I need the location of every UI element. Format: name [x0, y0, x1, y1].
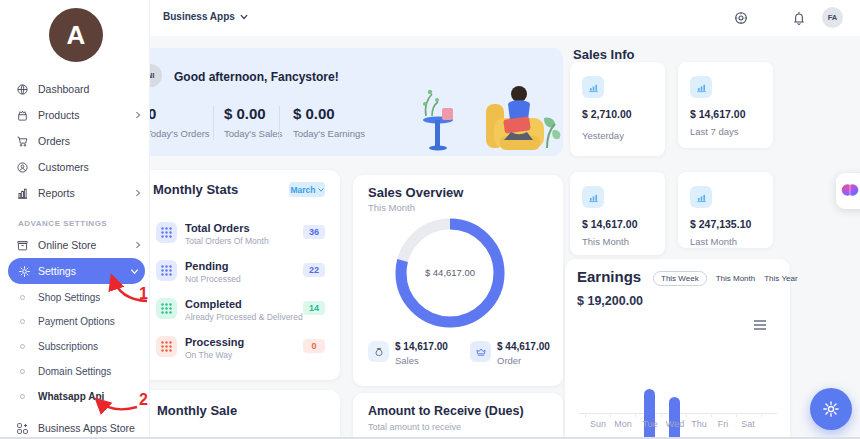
- greeting-message: Good afternoon, Fancystore!: [174, 70, 339, 84]
- todays-sales-label: Today's Sales: [224, 128, 282, 139]
- tab-this-week[interactable]: This Week: [653, 271, 707, 286]
- bullet-icon: [20, 394, 25, 399]
- monthly-stats-card: Monthly Stats March Total Orders Total O…: [138, 170, 340, 380]
- tab-this-month[interactable]: This Month: [716, 274, 756, 283]
- earnings-title: Earnings: [577, 268, 641, 285]
- store-box-icon: [16, 239, 29, 252]
- stat-row-subtitle: On The Way: [185, 350, 232, 360]
- dashboard-page: Business Apps FA NI Good afternoon, Fanc…: [0, 0, 860, 439]
- todays-sales-value: $ 0.00: [224, 105, 266, 122]
- bar-chart-icon: [690, 186, 712, 208]
- sidebar-subitem-subscriptions[interactable]: Subscriptions: [0, 335, 150, 357]
- chevron-down-icon: [240, 13, 248, 21]
- dots-grid-icon: [156, 222, 177, 243]
- stat-row-badge: 36: [303, 225, 325, 239]
- ai-assistant-button[interactable]: [836, 173, 860, 209]
- dots-grid-icon: [156, 298, 177, 319]
- ai-brain-icon: [840, 180, 860, 200]
- sales-info-card: $ 14,617.00 Last 7 days: [678, 62, 773, 148]
- sales-info-label: This Month: [582, 236, 629, 247]
- todays-earnings-label: Today's Earnings: [293, 128, 365, 139]
- sales-info-title: Sales Info: [573, 47, 634, 62]
- theme-settings-fab[interactable]: [810, 388, 852, 430]
- dues-subtitle: Total amount to receive: [368, 422, 461, 432]
- monthly-sale-title: Monthly Sale: [157, 403, 237, 418]
- chevron-right-icon: [134, 111, 142, 119]
- sidebar-subitem-payment-options[interactable]: Payment Options: [0, 310, 150, 332]
- chevron-right-icon: [134, 189, 142, 197]
- store-logo[interactable]: A: [49, 8, 103, 62]
- globe-icon: [16, 83, 29, 96]
- sidebar-item-orders[interactable]: Orders: [0, 129, 150, 153]
- monthly-stats-title: Monthly Stats: [153, 182, 238, 197]
- tab-this-year[interactable]: This Year: [764, 274, 797, 283]
- sidebar: A Dashboard Products Orders Customers Re…: [0, 0, 150, 439]
- month-filter-dropdown[interactable]: March: [289, 182, 325, 197]
- crown-icon: [470, 341, 491, 362]
- order-value: $ 44,617.00: [497, 341, 550, 352]
- user-avatar[interactable]: FA: [822, 7, 843, 28]
- sales-overview-title: Sales Overview: [368, 185, 463, 200]
- order-label: Order: [497, 355, 521, 366]
- stat-row-badge: 22: [303, 263, 325, 277]
- greeting-card: NI Good afternoon, Fancystore! 0 Today's…: [121, 48, 563, 156]
- sidebar-item-products[interactable]: Products: [0, 103, 150, 127]
- todays-earnings-value: $ 0.00: [293, 105, 335, 122]
- stat-row-title: Processing: [185, 336, 244, 348]
- sales-label: Sales: [395, 355, 419, 366]
- day-label: Tue: [638, 419, 662, 429]
- day-label: Sun: [586, 419, 610, 429]
- todays-orders-label: Today's Orders: [146, 128, 210, 139]
- stat-row-subtitle: Already Processed & Delivered: [185, 312, 303, 322]
- monthly-sale-card: Monthly Sale: [138, 390, 340, 439]
- cart-icon: [16, 135, 29, 148]
- customer-icon: [16, 161, 29, 174]
- sidebar-item-online-store[interactable]: Online Store: [0, 233, 150, 257]
- sales-info-card: $ 2,710.00 Yesterday: [570, 62, 665, 156]
- bullet-icon: [20, 369, 25, 374]
- sidebar-item-settings-active[interactable]: Settings: [8, 258, 145, 284]
- chart-menu-icon[interactable]: [753, 319, 767, 331]
- sidebar-subitem-shop-settings[interactable]: Shop Settings: [0, 286, 150, 308]
- bullet-icon: [20, 295, 25, 300]
- user-avatar-initials: FA: [828, 13, 838, 22]
- workspace-illustration: [416, 78, 561, 156]
- divider: [213, 106, 214, 140]
- products-icon: [16, 109, 29, 122]
- dues-title: Amount to Receive (Dues): [368, 404, 524, 418]
- section-label: ADVANCE SETTINGS: [18, 219, 107, 228]
- sidebar-item-dashboard[interactable]: Dashboard: [0, 77, 150, 101]
- gear-icon: [822, 400, 840, 418]
- stat-row-badge: 14: [303, 301, 325, 315]
- annotation-step-1: 1: [139, 285, 148, 303]
- sidebar-subitem-whatsapp-api[interactable]: Whatsapp Api: [0, 385, 150, 407]
- business-apps-label: Business Apps: [163, 11, 235, 22]
- reports-icon: [16, 187, 29, 200]
- chevron-down-icon: [130, 267, 139, 276]
- bar-chart-icon: [582, 76, 604, 98]
- sales-info-card: $ 14,617.00 This Month: [570, 172, 665, 255]
- day-label: Fri: [711, 419, 735, 429]
- sidebar-item-reports[interactable]: Reports: [0, 181, 150, 205]
- donut-center-value: $ 44,617.00: [405, 267, 495, 278]
- notifications-bell-icon[interactable]: [791, 10, 807, 26]
- earnings-amount: $ 19,200.00: [577, 294, 643, 308]
- sales-info-label: Yesterday: [582, 130, 624, 141]
- sales-info-label: Last Month: [690, 236, 737, 247]
- sales-value: $ 14,617.00: [395, 341, 448, 352]
- earnings-bar-wed: [669, 397, 680, 439]
- apps-grid-icon: [16, 422, 29, 435]
- sidebar-item-business-apps-store[interactable]: Business Apps Store: [0, 416, 150, 439]
- sales-overview-card: Sales Overview This Month $ 44,617.00 $ …: [353, 175, 563, 386]
- business-apps-selector[interactable]: Business Apps: [163, 11, 248, 22]
- day-label: Wed: [663, 419, 687, 429]
- sidebar-item-customers[interactable]: Customers: [0, 155, 150, 179]
- annotation-step-2: 2: [139, 391, 148, 409]
- divider: [279, 106, 280, 140]
- earnings-tabs: This Week This Month This Year: [653, 271, 798, 286]
- month-filter-value: March: [290, 185, 315, 195]
- bullet-icon: [20, 344, 25, 349]
- sales-info-label: Last 7 days: [690, 126, 739, 137]
- settings-icon[interactable]: [733, 10, 749, 26]
- sidebar-subitem-domain-settings[interactable]: Domain Settings: [0, 360, 150, 382]
